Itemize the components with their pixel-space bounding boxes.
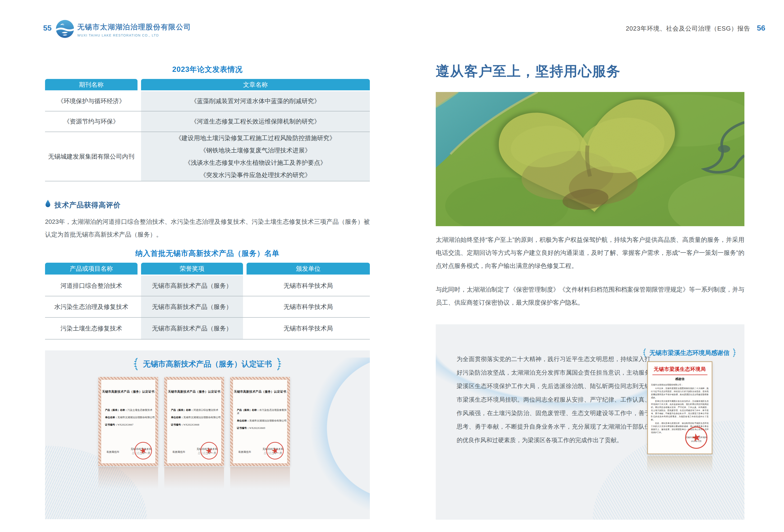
- table-bottom-divider: [45, 339, 370, 339]
- column-gap: [138, 276, 141, 296]
- award-cell: 无锡市高新技术产品（服务）: [141, 318, 243, 339]
- table-bottom-divider: [45, 181, 370, 181]
- issuer-cell: 无锡市科学技术局: [247, 296, 370, 317]
- company-name-cn: 无锡市太湖湖泊治理股份有限公司: [77, 22, 191, 32]
- column-gap: [138, 79, 141, 90]
- certificate-panel-title-text: 无锡市高新技术产品（服务）认定证书: [143, 359, 272, 369]
- paragraph-1: 太湖湖泊始终坚持“客户至上”的原则，积极为客户权益保驾护航，持续为客户提供高品质…: [436, 233, 745, 272]
- field-label: 单位名称：: [237, 419, 249, 422]
- certificate-title: 无锡市高新技术产品（服务）认定证书: [167, 390, 221, 394]
- letter-body-paragraph: 今年以来，无锡市梁溪区全面贯彻落实党的二十大精神，践行习近平生态文明思想，持续深…: [651, 387, 709, 399]
- certificate-reflection: [230, 467, 290, 494]
- certificate-product: 产品（服务）名称：河道排口综合整治技术: [171, 409, 221, 412]
- papers-col-article: 文章名称: [141, 79, 370, 90]
- column-gap: [138, 91, 141, 111]
- company-logo-icon: [55, 20, 75, 38]
- field-label: 产品（服务）名称：: [105, 409, 128, 411]
- column-gap: [138, 263, 141, 275]
- paragraph-2: 与此同时，太湖湖泊制定了《保密管理制度》《文件材料归档范围和档案保管期限管理规定…: [436, 283, 745, 309]
- issuer-cell: 无锡市科学技术局: [247, 276, 370, 296]
- hightech-table-header: 产品或项目名称 荣誉奖项 颁发单位: [45, 263, 370, 275]
- award-cell: 无锡市高新技术产品（服务）: [141, 296, 243, 317]
- product-cell: 污染土壤生态修复技术: [45, 318, 138, 339]
- report-title: 2023年环境、社会及公司治理（ESG）报告: [626, 24, 750, 33]
- certificate-number: 证书编号：WX2022G0667: [105, 423, 155, 426]
- hightech-col-award: 荣誉奖项: [141, 263, 243, 275]
- water-drop-icon: [45, 200, 51, 208]
- letter-label: 无锡市梁溪生态环境局感谢信: [640, 348, 739, 358]
- field-label: 证书编号：: [171, 423, 184, 426]
- letter-org: 无锡市梁溪生态环境局: [651, 366, 709, 372]
- certificate-product: 产品（服务）名称：水污染生态治理及修复技术: [237, 409, 287, 415]
- letter-reflection: [647, 456, 712, 477]
- certificate-validity: 有效期伍年: [107, 450, 119, 454]
- laurel-left-icon: [133, 357, 139, 371]
- field-value: WX2022G0667: [118, 423, 134, 426]
- award-cell: 无锡市高新技术产品（服务）: [141, 276, 243, 296]
- papers-table-header: 期刊名称 文章名称: [45, 79, 370, 90]
- hightech-col-issuer: 颁发单位: [247, 263, 370, 275]
- field-value: 无锡市太湖湖泊治理股份有限公司: [249, 419, 287, 422]
- certificate-title: 无锡市高新技术产品（服务）认定证书: [101, 390, 155, 394]
- table-row: 污染土壤生态修复技术 无锡市高新技术产品（服务） 无锡市科学技术局: [45, 318, 370, 339]
- field-value: 污染土壤生态修复技术: [128, 409, 152, 411]
- laurel-right-icon: [276, 357, 282, 371]
- field-value: WX2022G0669: [249, 427, 265, 429]
- tech-section-paragraph: 2023年，太湖湖泊的河道排口综合整治技术、水污染生态治理及修复技术、污染土壤生…: [45, 215, 370, 241]
- certificate: 无锡市高新技术产品（服务）认定证书 产品（服务）名称：河道排口综合整治技术 单位…: [164, 377, 224, 466]
- article-cell: 《蓝藻削减装置对河道水体中蓝藻的削减研究》: [141, 91, 370, 111]
- hightech-col-product: 产品或项目名称: [45, 263, 138, 275]
- column-gap: [243, 296, 247, 317]
- page-spread: 55 无锡市太湖湖泊治理股份有限公司 WUXI TAIHU LAKE RESTO…: [0, 0, 784, 532]
- field-label: 证书编号：: [237, 426, 249, 429]
- product-cell: 水污染生态治理及修复技术: [45, 296, 138, 317]
- official-seal-icon: ★: [264, 440, 285, 461]
- article-line: 《突发水污染事件应急处理技术的研究》: [141, 171, 370, 179]
- field-label: 证书编号：: [105, 423, 118, 426]
- field-value: 河道排口综合整治技术: [193, 409, 218, 411]
- field-label: 产品（服务）名称：: [237, 409, 259, 411]
- tech-section-title: 技术产品获得高评价: [55, 200, 121, 210]
- certificate-reflection: [164, 467, 224, 494]
- certificate: 无锡市高新技术产品（服务）认定证书 产品（服务）名称：污染土壤生态修复技术 单位…: [99, 377, 158, 466]
- certificate-validity: 有效期伍年: [238, 450, 251, 454]
- article-cell: 《河道生态修复工程长效运维保障机制的研究》: [141, 111, 370, 132]
- letter-body-paragraph: 贵单位充分发挥市属国企责任担当意识，主动服务我区生态环境保护工作大局，先后选派徐…: [651, 400, 709, 421]
- certificate-product: 产品（服务）名称：污染土壤生态修复技术: [105, 409, 155, 412]
- laurel-left-icon: [642, 348, 646, 358]
- laurel-right-icon: [732, 348, 736, 358]
- issuer-cell: 无锡市科学技术局: [247, 318, 370, 339]
- certificate-number: 证书编号：WX2022G0669: [237, 426, 287, 430]
- page-headline: 遵从客户至上，坚持用心服务: [436, 62, 621, 81]
- gratitude-letter: 无锡市梁溪生态环境局 感谢信 无锡市太湖湖泊治理股份有限公司： 今年以来，无锡市…: [647, 361, 712, 454]
- journal-cell: 《环境保护与循环经济》: [45, 91, 138, 111]
- column-gap: [138, 132, 141, 181]
- field-label: 单位名称：: [171, 416, 184, 419]
- papers-table-body: 《环境保护与循环经济》 《蓝藻削减装置对河道水体中蓝藻的削减研究》 《资源节约与…: [45, 91, 370, 181]
- official-seal-icon: ★: [199, 440, 220, 461]
- product-cell: 河道排口综合整治技术: [45, 276, 138, 296]
- article-line: 《钢铁地块土壤修复废气治理技术进展》: [141, 146, 370, 155]
- letter-label-text: 无锡市梁溪生态环境局感谢信: [649, 349, 729, 357]
- certificate-validity: 有效期伍年: [172, 450, 186, 454]
- column-gap: [243, 276, 247, 296]
- table-row: 河道排口综合整治技术 无锡市高新技术产品（服务） 无锡市科学技术局: [45, 276, 370, 296]
- table-row: 水污染生态治理及修复技术 无锡市高新技术产品（服务） 无锡市科学技术局: [45, 296, 370, 317]
- official-seal-icon: ★: [133, 440, 153, 461]
- column-gap: [243, 263, 247, 275]
- company-name-en: WUXI TAIHU LAKE RESTORATION CO., LTD: [77, 33, 191, 37]
- letter-salutation: 无锡市太湖湖泊治理股份有限公司：: [651, 384, 709, 387]
- field-label: 单位名称：: [105, 416, 118, 419]
- column-gap: [138, 318, 141, 339]
- gratitude-paragraph: 为全面贯彻落实党的二十大精神，践行习近平生态文明思想，持续深入打好污染防治攻坚战…: [456, 352, 650, 447]
- hightech-table-body: 河道排口综合整治技术 无锡市高新技术产品（服务） 无锡市科学技术局 水污染生态治…: [45, 276, 370, 339]
- letter-title: 感谢信: [651, 377, 709, 381]
- table-row: 无锡城建发展集团有限公司内刊 《建设用地土壤污染修复工程施工过程风险防控措施研究…: [45, 132, 370, 181]
- certificate: 无锡市高新技术产品（服务）认定证书 产品（服务）名称：水污染生态治理及修复技术 …: [230, 377, 290, 466]
- table-row: 《资源节约与环保》 《河道生态修复工程长效运维保障机制的研究》: [45, 111, 370, 132]
- heart-wetland-photo: [436, 92, 745, 226]
- hightech-table-title: 纳入首批无锡市高新技术产品（服务）名单: [45, 248, 370, 258]
- papers-col-journal: 期刊名称: [45, 79, 138, 90]
- journal-cell: 无锡城建发展集团有限公司内刊: [45, 132, 138, 181]
- certificate-company: 单位名称：无锡市太湖湖泊治理股份有限公司: [171, 416, 221, 419]
